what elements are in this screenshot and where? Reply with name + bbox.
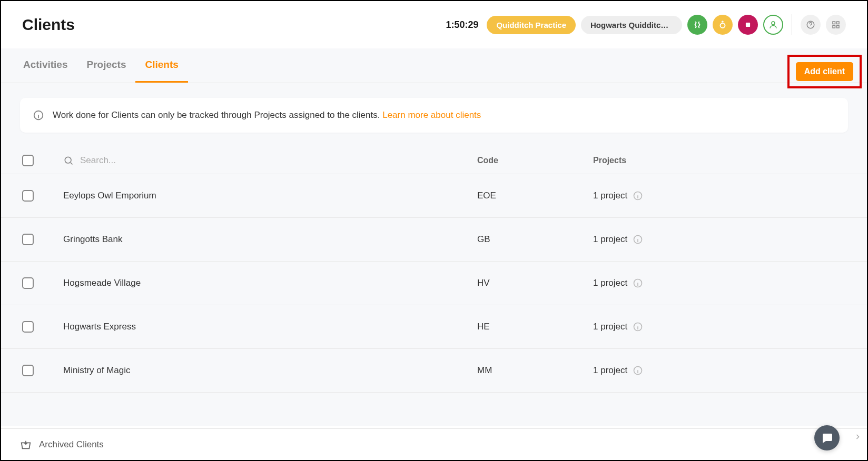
svg-rect-4	[833, 22, 835, 24]
info-icon[interactable]	[633, 278, 643, 288]
column-projects-header: Projects	[593, 156, 846, 165]
info-icon[interactable]	[633, 191, 643, 201]
archive-icon	[20, 439, 32, 450]
row-checkbox[interactable]	[22, 234, 34, 245]
table-row[interactable]: Eeylops Owl Emporium EOE 1 project	[1, 174, 867, 218]
tab-projects[interactable]: Projects	[77, 48, 135, 83]
activity-badge[interactable]: Quidditch Practice	[487, 16, 576, 34]
svg-point-0	[721, 23, 725, 28]
info-text: Work done for Clients can only be tracke…	[53, 110, 380, 120]
timer-display: 1:50:29	[446, 19, 478, 31]
break-icon[interactable]	[713, 15, 733, 35]
client-code: EOE	[477, 191, 593, 201]
row-checkbox[interactable]	[22, 277, 34, 289]
client-projects: 1 project	[593, 191, 627, 201]
svg-rect-6	[833, 26, 835, 28]
table-row[interactable]: Gringotts Bank GB 1 project	[1, 218, 867, 262]
divider	[792, 14, 792, 35]
select-all-checkbox[interactable]	[22, 155, 34, 166]
info-icon[interactable]	[633, 365, 643, 376]
row-checkbox[interactable]	[22, 365, 34, 376]
add-client-button[interactable]: Add client	[796, 62, 853, 81]
client-projects: 1 project	[593, 365, 627, 376]
client-projects: 1 project	[593, 234, 627, 245]
row-checkbox[interactable]	[22, 190, 34, 202]
chat-icon[interactable]	[814, 425, 840, 450]
table-row[interactable]: Ministry of Magic MM 1 project	[1, 349, 867, 393]
client-name: Eeylops Owl Emporium	[63, 191, 477, 201]
svg-point-9	[65, 157, 71, 163]
info-icon[interactable]	[633, 234, 643, 245]
row-checkbox[interactable]	[22, 321, 34, 333]
project-badge[interactable]: Hogwarts Quidditch To...	[581, 16, 682, 34]
search-icon	[63, 155, 74, 166]
help-icon[interactable]	[801, 15, 821, 35]
tab-clients[interactable]: Clients	[135, 48, 188, 83]
client-code: MM	[477, 365, 593, 376]
info-link[interactable]: Learn more about clients	[382, 110, 481, 120]
svg-rect-1	[746, 23, 750, 27]
add-client-highlight: Add client	[787, 55, 862, 88]
info-icon[interactable]	[633, 322, 643, 332]
svg-point-2	[772, 22, 775, 25]
client-code: GB	[477, 234, 593, 245]
settings-icon[interactable]	[826, 15, 846, 35]
svg-rect-7	[837, 26, 840, 28]
tab-activities[interactable]: Activities	[14, 48, 77, 83]
page-title: Clients	[22, 16, 75, 34]
client-projects: 1 project	[593, 322, 627, 332]
svg-rect-5	[837, 22, 840, 24]
column-code-header: Code	[477, 156, 593, 165]
table-row[interactable]: Hogwarts Express HE 1 project	[1, 305, 867, 349]
info-icon	[33, 109, 44, 121]
client-name: Ministry of Magic	[63, 365, 477, 376]
info-banner: Work done for Clients can only be tracke…	[20, 98, 848, 133]
archived-clients-link[interactable]: Archived Clients	[39, 439, 104, 450]
client-name: Gringotts Bank	[63, 234, 477, 245]
client-code: HE	[477, 322, 593, 332]
client-code: HV	[477, 278, 593, 288]
client-name: Hogsmeade Village	[63, 278, 477, 288]
client-projects: 1 project	[593, 278, 627, 288]
stop-icon[interactable]	[738, 15, 758, 35]
search-input[interactable]	[80, 155, 238, 166]
table-row[interactable]: Hogsmeade Village HV 1 project	[1, 262, 867, 305]
user-icon[interactable]	[763, 15, 783, 35]
chevron-right-icon[interactable]	[854, 432, 861, 442]
client-name: Hogwarts Express	[63, 322, 477, 332]
play-icon[interactable]	[687, 15, 707, 35]
